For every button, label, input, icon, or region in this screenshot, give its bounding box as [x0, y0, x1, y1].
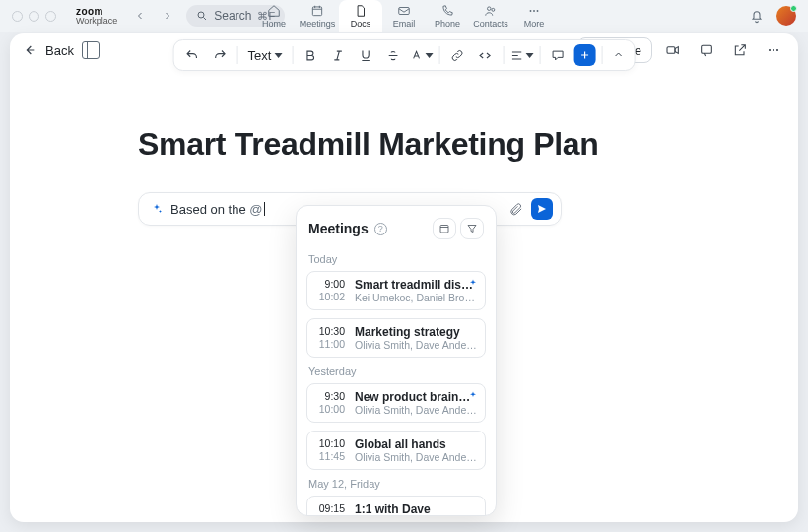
meeting-start: 10:10 — [319, 437, 345, 449]
search-placeholder: Search — [214, 9, 251, 23]
meeting-item[interactable]: 10:30 11:00 Marketing strategy Olivia Sm… — [306, 318, 486, 358]
nav-email-label: Email — [393, 19, 416, 29]
meeting-end: 09:25 — [319, 515, 345, 516]
comments-panel-button[interactable] — [694, 37, 719, 63]
brand-logo: zoom Workplace — [76, 7, 117, 26]
svg-rect-2 — [399, 7, 410, 14]
meeting-item[interactable]: 10:10 11:45 Global all hands Olivia Smit… — [306, 431, 486, 470]
text-cursor — [264, 202, 265, 216]
traffic-lights — [12, 11, 66, 22]
svg-rect-14 — [440, 226, 448, 233]
sidebar-toggle-icon[interactable] — [82, 41, 100, 59]
meeting-title: New product brainstorm — [355, 390, 477, 404]
meeting-start: 10:30 — [319, 325, 345, 337]
meeting-time: 10:10 11:45 — [315, 437, 345, 462]
meeting-time: 10:30 11:00 — [315, 325, 345, 350]
insert-button[interactable] — [573, 44, 595, 66]
formatting-toolbar: Text — [173, 39, 636, 71]
meeting-group-label: Today — [308, 253, 484, 265]
align-button[interactable] — [509, 43, 533, 67]
meeting-time: 9:00 10:02 — [315, 278, 345, 302]
brand-bot: Workplace — [76, 17, 117, 26]
italic-button[interactable] — [326, 43, 350, 67]
nav-home[interactable]: Home — [252, 0, 296, 32]
meeting-group-label: May 12, Friday — [308, 478, 484, 490]
user-avatar[interactable] — [776, 6, 796, 26]
filter-button[interactable] — [460, 218, 484, 239]
meeting-item[interactable]: 9:00 10:02 Smart treadmill discussion Ke… — [306, 271, 486, 310]
doc-title[interactable]: Smart Treadmill Marketing Plan — [138, 126, 680, 163]
svg-point-6 — [533, 10, 535, 12]
meeting-title: Global all hands — [355, 437, 477, 451]
meeting-time: 9:30 10:00 — [315, 390, 345, 415]
attach-button[interactable] — [505, 199, 525, 219]
info-icon[interactable]: ? — [374, 223, 387, 235]
svg-point-7 — [537, 10, 539, 12]
underline-button[interactable] — [354, 43, 377, 67]
nav-meetings[interactable]: Meetings — [296, 0, 339, 32]
video-call-button[interactable] — [660, 37, 686, 63]
nav-phone[interactable]: Phone — [426, 0, 469, 32]
sparkle-icon — [151, 203, 163, 215]
meeting-item[interactable]: 09:15 09:25 1:1 with Dave Olivia Smith, … — [306, 496, 486, 516]
ai-prompt-text: Based on the @ — [170, 202, 265, 217]
back-arrow-icon[interactable] — [22, 42, 37, 58]
code-button[interactable] — [473, 43, 497, 67]
notifications-icon[interactable] — [749, 8, 765, 24]
history-back[interactable] — [131, 7, 149, 25]
nav-more[interactable]: More — [512, 0, 556, 32]
sparkle-icon — [467, 278, 479, 290]
sparkle-icon — [467, 390, 479, 402]
collapse-toolbar-button[interactable] — [608, 45, 628, 65]
comment-button[interactable] — [546, 43, 570, 67]
meeting-time: 09:15 09:25 — [315, 502, 345, 516]
nav-docs-label: Docs — [351, 19, 371, 29]
calendar-button[interactable] — [433, 218, 456, 239]
undo-button[interactable] — [180, 43, 204, 67]
more-menu-button[interactable] — [761, 37, 786, 63]
chevron-down-icon — [425, 53, 433, 58]
nav-email[interactable]: Email — [382, 0, 426, 32]
text-style-menu[interactable]: Text — [244, 48, 287, 63]
brand-top: zoom — [76, 7, 117, 17]
nav-contacts-label: Contacts — [473, 19, 508, 29]
history-fwd[interactable] — [159, 7, 176, 25]
nav-contacts[interactable]: Contacts — [469, 0, 512, 32]
meeting-start: 09:15 — [319, 502, 345, 514]
meeting-attendees: Olivia Smith, Dave Anderson, Tom Nguyen — [355, 451, 477, 463]
back-button[interactable]: Back — [45, 43, 74, 58]
nav-more-label: More — [524, 19, 545, 29]
meeting-end: 11:00 — [319, 338, 345, 350]
send-button[interactable] — [531, 198, 553, 220]
text-color-button[interactable] — [409, 43, 433, 67]
app-topbar: zoom Workplace Search ⌘F Home Meetings D… — [0, 0, 808, 32]
meetings-popover: Meetings ? Today 9:00 10:02 Smart treadm… — [296, 205, 497, 516]
svg-rect-10 — [702, 45, 712, 53]
svg-point-0 — [198, 12, 204, 18]
open-external-button[interactable] — [727, 37, 753, 63]
chevron-down-icon — [525, 53, 533, 58]
nav-docs[interactable]: Docs — [339, 0, 382, 32]
meeting-end: 11:45 — [319, 450, 345, 462]
redo-button[interactable] — [208, 43, 232, 67]
meeting-end: 10:00 — [319, 403, 345, 415]
presence-indicator — [790, 5, 797, 12]
nav-phone-label: Phone — [435, 19, 460, 29]
svg-point-12 — [773, 49, 774, 51]
meeting-attendees: Olivia Smith, Dave Anderson, Tom Nguyen — [355, 404, 477, 416]
meeting-group-label: Yesterday — [308, 366, 484, 377]
search-icon — [196, 10, 208, 22]
traffic-close[interactable] — [12, 11, 23, 22]
link-button[interactable] — [445, 43, 469, 67]
strike-button[interactable] — [381, 43, 405, 67]
popover-header: Meetings ? — [306, 216, 486, 247]
text-style-label: Text — [248, 48, 272, 63]
meeting-item[interactable]: 9:30 10:00 New product brainstorm Olivia… — [306, 383, 486, 423]
traffic-min[interactable] — [29, 11, 39, 22]
svg-rect-1 — [312, 6, 321, 15]
meeting-start: 9:00 — [325, 278, 345, 290]
svg-rect-9 — [667, 47, 675, 54]
bold-button[interactable] — [299, 43, 322, 67]
popover-title: Meetings — [308, 221, 369, 236]
traffic-max[interactable] — [45, 11, 56, 22]
